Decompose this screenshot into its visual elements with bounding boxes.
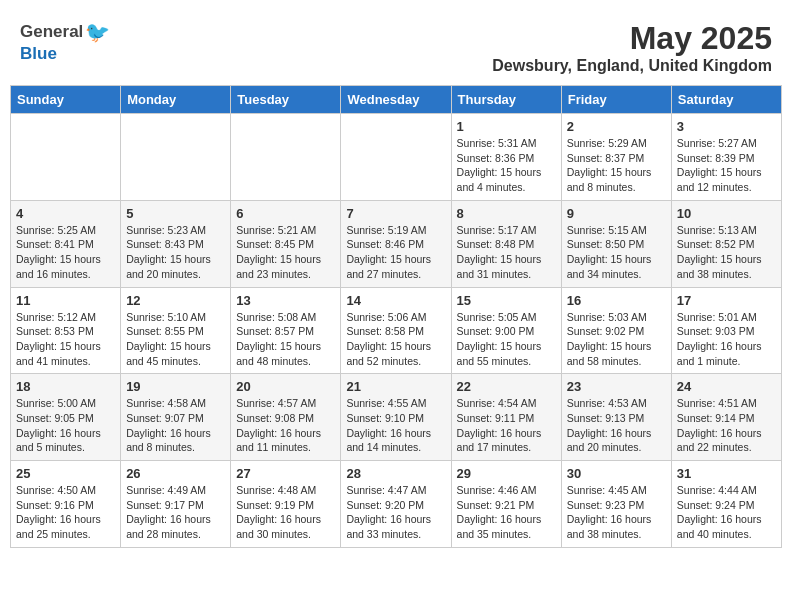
calendar-cell bbox=[341, 114, 451, 201]
weekday-header-row: SundayMondayTuesdayWednesdayThursdayFrid… bbox=[11, 86, 782, 114]
day-number: 27 bbox=[236, 466, 335, 481]
day-number: 20 bbox=[236, 379, 335, 394]
day-info: Sunrise: 5:08 AM Sunset: 8:57 PM Dayligh… bbox=[236, 310, 335, 369]
calendar-cell: 1Sunrise: 5:31 AM Sunset: 8:36 PM Daylig… bbox=[451, 114, 561, 201]
logo: General 🐦 Blue bbox=[20, 20, 110, 64]
day-number: 31 bbox=[677, 466, 776, 481]
day-info: Sunrise: 5:17 AM Sunset: 8:48 PM Dayligh… bbox=[457, 223, 556, 282]
calendar-cell: 21Sunrise: 4:55 AM Sunset: 9:10 PM Dayli… bbox=[341, 374, 451, 461]
day-number: 26 bbox=[126, 466, 225, 481]
day-number: 21 bbox=[346, 379, 445, 394]
day-number: 5 bbox=[126, 206, 225, 221]
calendar-cell: 15Sunrise: 5:05 AM Sunset: 9:00 PM Dayli… bbox=[451, 287, 561, 374]
day-number: 6 bbox=[236, 206, 335, 221]
day-number: 22 bbox=[457, 379, 556, 394]
day-number: 10 bbox=[677, 206, 776, 221]
day-number: 25 bbox=[16, 466, 115, 481]
day-info: Sunrise: 4:47 AM Sunset: 9:20 PM Dayligh… bbox=[346, 483, 445, 542]
calendar-cell: 31Sunrise: 4:44 AM Sunset: 9:24 PM Dayli… bbox=[671, 461, 781, 548]
calendar-cell: 23Sunrise: 4:53 AM Sunset: 9:13 PM Dayli… bbox=[561, 374, 671, 461]
calendar-cell: 29Sunrise: 4:46 AM Sunset: 9:21 PM Dayli… bbox=[451, 461, 561, 548]
day-number: 24 bbox=[677, 379, 776, 394]
calendar-cell: 5Sunrise: 5:23 AM Sunset: 8:43 PM Daylig… bbox=[121, 200, 231, 287]
logo-general-text: General bbox=[20, 22, 83, 42]
day-number: 23 bbox=[567, 379, 666, 394]
calendar-cell: 30Sunrise: 4:45 AM Sunset: 9:23 PM Dayli… bbox=[561, 461, 671, 548]
calendar-cell: 18Sunrise: 5:00 AM Sunset: 9:05 PM Dayli… bbox=[11, 374, 121, 461]
day-info: Sunrise: 4:55 AM Sunset: 9:10 PM Dayligh… bbox=[346, 396, 445, 455]
day-info: Sunrise: 5:19 AM Sunset: 8:46 PM Dayligh… bbox=[346, 223, 445, 282]
calendar-cell: 13Sunrise: 5:08 AM Sunset: 8:57 PM Dayli… bbox=[231, 287, 341, 374]
calendar-cell: 4Sunrise: 5:25 AM Sunset: 8:41 PM Daylig… bbox=[11, 200, 121, 287]
weekday-header-tuesday: Tuesday bbox=[231, 86, 341, 114]
calendar-cell: 9Sunrise: 5:15 AM Sunset: 8:50 PM Daylig… bbox=[561, 200, 671, 287]
day-info: Sunrise: 4:54 AM Sunset: 9:11 PM Dayligh… bbox=[457, 396, 556, 455]
day-info: Sunrise: 4:46 AM Sunset: 9:21 PM Dayligh… bbox=[457, 483, 556, 542]
weekday-header-friday: Friday bbox=[561, 86, 671, 114]
day-number: 4 bbox=[16, 206, 115, 221]
day-info: Sunrise: 5:31 AM Sunset: 8:36 PM Dayligh… bbox=[457, 136, 556, 195]
calendar-cell: 22Sunrise: 4:54 AM Sunset: 9:11 PM Dayli… bbox=[451, 374, 561, 461]
week-row-5: 25Sunrise: 4:50 AM Sunset: 9:16 PM Dayli… bbox=[11, 461, 782, 548]
day-number: 8 bbox=[457, 206, 556, 221]
calendar-cell bbox=[231, 114, 341, 201]
weekday-header-monday: Monday bbox=[121, 86, 231, 114]
calendar-cell: 28Sunrise: 4:47 AM Sunset: 9:20 PM Dayli… bbox=[341, 461, 451, 548]
day-info: Sunrise: 4:49 AM Sunset: 9:17 PM Dayligh… bbox=[126, 483, 225, 542]
day-info: Sunrise: 5:15 AM Sunset: 8:50 PM Dayligh… bbox=[567, 223, 666, 282]
day-number: 19 bbox=[126, 379, 225, 394]
day-number: 17 bbox=[677, 293, 776, 308]
day-info: Sunrise: 5:03 AM Sunset: 9:02 PM Dayligh… bbox=[567, 310, 666, 369]
calendar-cell: 10Sunrise: 5:13 AM Sunset: 8:52 PM Dayli… bbox=[671, 200, 781, 287]
day-number: 15 bbox=[457, 293, 556, 308]
week-row-4: 18Sunrise: 5:00 AM Sunset: 9:05 PM Dayli… bbox=[11, 374, 782, 461]
day-info: Sunrise: 4:48 AM Sunset: 9:19 PM Dayligh… bbox=[236, 483, 335, 542]
calendar-cell: 12Sunrise: 5:10 AM Sunset: 8:55 PM Dayli… bbox=[121, 287, 231, 374]
location: Dewsbury, England, United Kingdom bbox=[492, 57, 772, 75]
day-info: Sunrise: 5:25 AM Sunset: 8:41 PM Dayligh… bbox=[16, 223, 115, 282]
day-info: Sunrise: 4:58 AM Sunset: 9:07 PM Dayligh… bbox=[126, 396, 225, 455]
calendar-cell: 20Sunrise: 4:57 AM Sunset: 9:08 PM Dayli… bbox=[231, 374, 341, 461]
calendar-cell: 16Sunrise: 5:03 AM Sunset: 9:02 PM Dayli… bbox=[561, 287, 671, 374]
calendar-cell: 24Sunrise: 4:51 AM Sunset: 9:14 PM Dayli… bbox=[671, 374, 781, 461]
calendar-cell: 3Sunrise: 5:27 AM Sunset: 8:39 PM Daylig… bbox=[671, 114, 781, 201]
calendar-cell: 7Sunrise: 5:19 AM Sunset: 8:46 PM Daylig… bbox=[341, 200, 451, 287]
calendar-cell bbox=[121, 114, 231, 201]
month-title: May 2025 bbox=[492, 20, 772, 57]
day-info: Sunrise: 5:23 AM Sunset: 8:43 PM Dayligh… bbox=[126, 223, 225, 282]
week-row-2: 4Sunrise: 5:25 AM Sunset: 8:41 PM Daylig… bbox=[11, 200, 782, 287]
day-number: 3 bbox=[677, 119, 776, 134]
day-info: Sunrise: 5:29 AM Sunset: 8:37 PM Dayligh… bbox=[567, 136, 666, 195]
weekday-header-sunday: Sunday bbox=[11, 86, 121, 114]
calendar-cell: 19Sunrise: 4:58 AM Sunset: 9:07 PM Dayli… bbox=[121, 374, 231, 461]
day-number: 9 bbox=[567, 206, 666, 221]
day-number: 29 bbox=[457, 466, 556, 481]
weekday-header-saturday: Saturday bbox=[671, 86, 781, 114]
day-number: 11 bbox=[16, 293, 115, 308]
day-info: Sunrise: 4:44 AM Sunset: 9:24 PM Dayligh… bbox=[677, 483, 776, 542]
day-info: Sunrise: 4:50 AM Sunset: 9:16 PM Dayligh… bbox=[16, 483, 115, 542]
calendar-cell: 8Sunrise: 5:17 AM Sunset: 8:48 PM Daylig… bbox=[451, 200, 561, 287]
calendar: SundayMondayTuesdayWednesdayThursdayFrid… bbox=[10, 85, 782, 548]
day-info: Sunrise: 5:21 AM Sunset: 8:45 PM Dayligh… bbox=[236, 223, 335, 282]
header: General 🐦 Blue May 2025 Dewsbury, Englan… bbox=[10, 10, 782, 80]
day-info: Sunrise: 5:13 AM Sunset: 8:52 PM Dayligh… bbox=[677, 223, 776, 282]
day-info: Sunrise: 5:10 AM Sunset: 8:55 PM Dayligh… bbox=[126, 310, 225, 369]
day-number: 2 bbox=[567, 119, 666, 134]
weekday-header-wednesday: Wednesday bbox=[341, 86, 451, 114]
calendar-cell: 26Sunrise: 4:49 AM Sunset: 9:17 PM Dayli… bbox=[121, 461, 231, 548]
day-info: Sunrise: 4:45 AM Sunset: 9:23 PM Dayligh… bbox=[567, 483, 666, 542]
day-number: 28 bbox=[346, 466, 445, 481]
day-number: 16 bbox=[567, 293, 666, 308]
calendar-cell: 25Sunrise: 4:50 AM Sunset: 9:16 PM Dayli… bbox=[11, 461, 121, 548]
calendar-cell: 6Sunrise: 5:21 AM Sunset: 8:45 PM Daylig… bbox=[231, 200, 341, 287]
calendar-cell: 17Sunrise: 5:01 AM Sunset: 9:03 PM Dayli… bbox=[671, 287, 781, 374]
day-number: 18 bbox=[16, 379, 115, 394]
logo-blue-text: Blue bbox=[20, 44, 57, 63]
day-info: Sunrise: 5:05 AM Sunset: 9:00 PM Dayligh… bbox=[457, 310, 556, 369]
calendar-cell bbox=[11, 114, 121, 201]
week-row-3: 11Sunrise: 5:12 AM Sunset: 8:53 PM Dayli… bbox=[11, 287, 782, 374]
day-info: Sunrise: 5:06 AM Sunset: 8:58 PM Dayligh… bbox=[346, 310, 445, 369]
day-number: 14 bbox=[346, 293, 445, 308]
weekday-header-thursday: Thursday bbox=[451, 86, 561, 114]
